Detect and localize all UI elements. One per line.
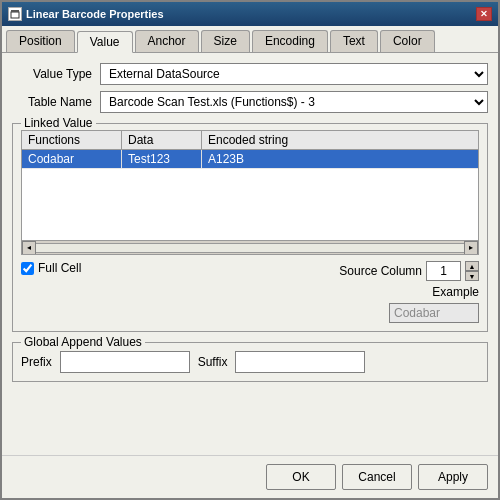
table-header: Functions Data Encoded string [22,131,478,150]
global-append-group: Global Append Values Prefix Suffix [12,342,488,382]
cell-encoded: A123B [202,150,478,168]
tab-size[interactable]: Size [201,30,250,52]
linked-value-group: Linked Value Functions Data Encoded stri… [12,123,488,332]
suffix-input[interactable] [235,351,365,373]
full-cell-row: Full Cell [21,261,331,275]
value-type-label: Value Type [12,67,92,81]
value-type-wrapper: External DataSource [100,63,488,85]
tab-anchor[interactable]: Anchor [135,30,199,52]
table-name-row: Table Name Barcode Scan Test.xls (Functi… [12,91,488,113]
ok-button[interactable]: OK [266,464,336,490]
footer: OK Cancel Apply [2,455,498,498]
table-name-label: Table Name [12,95,92,109]
col-header-encoded: Encoded string [202,131,478,149]
tab-text[interactable]: Text [330,30,378,52]
example-input [389,303,479,323]
col-header-functions: Functions [22,131,122,149]
cell-functions: Codabar [22,150,122,168]
source-column-label: Source Column [339,264,422,278]
tab-value[interactable]: Value [77,31,133,53]
linked-value-label: Linked Value [21,116,96,130]
prefix-label: Prefix [21,355,52,369]
tab-position[interactable]: Position [6,30,75,52]
tab-color[interactable]: Color [380,30,435,52]
apply-button[interactable]: Apply [418,464,488,490]
table-name-select[interactable]: Barcode Scan Test.xls (Functions$) - 3 [100,91,488,113]
spin-buttons: ▲ ▼ [465,261,479,281]
tabs-bar: Position Value Anchor Size Encoding Text… [2,26,498,53]
linked-value-table: Functions Data Encoded string Codabar Te… [21,130,479,255]
example-label: Example [432,285,479,299]
table-row[interactable]: Codabar Test123 A123B [22,150,478,169]
title-bar: Linear Barcode Properties ✕ [2,2,498,26]
dialog-window: Linear Barcode Properties ✕ Position Val… [0,0,500,500]
suffix-label: Suffix [198,355,228,369]
spin-up-btn[interactable]: ▲ [465,261,479,271]
full-cell-label: Full Cell [38,261,81,275]
svg-rect-0 [11,12,19,18]
content-area: Value Type External DataSource Table Nam… [2,53,498,455]
scroll-right-btn[interactable]: ▸ [464,241,478,255]
svg-rect-1 [11,10,19,12]
window-icon [8,7,22,21]
full-cell-checkbox[interactable] [21,262,34,275]
close-button[interactable]: ✕ [476,7,492,21]
table-name-wrapper: Barcode Scan Test.xls (Functions$) - 3 [100,91,488,113]
spin-down-btn[interactable]: ▼ [465,271,479,281]
source-column-input[interactable] [426,261,461,281]
window-title: Linear Barcode Properties [26,8,164,20]
col-header-data: Data [122,131,202,149]
prefix-input[interactable] [60,351,190,373]
horizontal-scrollbar[interactable]: ◂ ▸ [22,240,478,254]
global-append-label: Global Append Values [21,335,145,349]
cancel-button[interactable]: Cancel [342,464,412,490]
prefix-suffix-row: Prefix Suffix [21,351,479,373]
tab-encoding[interactable]: Encoding [252,30,328,52]
value-type-select[interactable]: External DataSource [100,63,488,85]
scroll-track[interactable] [36,243,464,253]
value-type-row: Value Type External DataSource [12,63,488,85]
table-body: Codabar Test123 A123B [22,150,478,240]
cell-data: Test123 [122,150,202,168]
scroll-left-btn[interactable]: ◂ [22,241,36,255]
